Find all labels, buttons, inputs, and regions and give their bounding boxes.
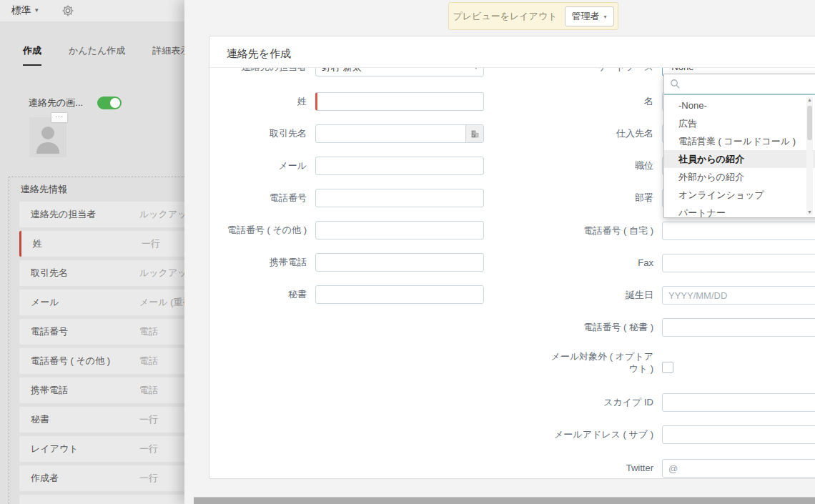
fax-label: Fax xyxy=(546,254,653,272)
avatar-more-button[interactable]: ··· xyxy=(51,113,67,122)
dropdown-search[interactable] xyxy=(664,74,815,95)
dropdown-option[interactable]: 広告 xyxy=(664,114,815,132)
dropdown-option[interactable]: 電話営業 ( コールドコール ) xyxy=(664,132,815,150)
field-name: 作成者 xyxy=(31,465,59,491)
contact-image-label: 連絡先の画... xyxy=(29,97,83,109)
assistant-phone-input[interactable] xyxy=(662,318,815,337)
skype-label: スカイプ ID xyxy=(546,393,653,412)
role-selector-value: 管理者 xyxy=(572,11,600,21)
scroll-down-icon[interactable]: ▼ xyxy=(806,209,813,214)
field-name: 連絡先の担当者 xyxy=(31,202,96,227)
dropdown-option[interactable]: -None- xyxy=(664,97,815,114)
owner-select[interactable]: 野村 新太▾ xyxy=(315,67,484,76)
contact-image-toggle[interactable] xyxy=(97,97,122,109)
field-list-item[interactable]: 電話番号 ( その他 ) 電話 xyxy=(19,348,187,374)
first-name-label: 名 xyxy=(546,92,653,111)
account-input[interactable] xyxy=(315,124,484,143)
account-label: 取引先名 xyxy=(209,124,307,143)
field-name: 電話番号 xyxy=(31,319,68,345)
owner-select-value: 野村 新太 xyxy=(322,67,362,72)
field-name: メール xyxy=(31,290,59,315)
tab[interactable]: 作成 xyxy=(23,44,41,66)
field-type: 一行 xyxy=(142,231,160,257)
field-list: 連絡先の担当者 ルックアップ 姓 一行 取引先名 ルックアップ メール xyxy=(19,202,191,504)
phone-label: 電話番号 xyxy=(209,189,307,207)
chevron-down-icon: ▾ xyxy=(604,14,607,20)
assistant-phone-label: 電話番号 ( 秘書 ) xyxy=(546,318,653,337)
department-label: 部署 xyxy=(546,189,653,207)
birthday-label: 誕生日 xyxy=(546,286,653,305)
birthday-input[interactable] xyxy=(662,286,815,305)
secondary-email-input[interactable] xyxy=(662,425,815,444)
dropdown-option[interactable]: オンラインショップ xyxy=(664,186,815,204)
email-optout-checkbox[interactable] xyxy=(662,362,673,373)
view-selector-label: 標準 xyxy=(11,4,31,16)
field-type: 一行 xyxy=(139,436,158,462)
phone-other-input[interactable] xyxy=(315,221,484,239)
field-list-item[interactable]: 連絡先の担当者 ルックアップ xyxy=(19,202,187,227)
field-type: 電話 xyxy=(139,319,158,345)
field-list-item[interactable]: 電話番号 電話 xyxy=(19,319,187,345)
field-type: 電話 xyxy=(139,377,158,403)
view-selector-dropdown[interactable]: 標準▾ xyxy=(11,4,39,17)
gear-icon[interactable] xyxy=(61,4,74,17)
field-name: 取引先名 xyxy=(31,260,68,286)
assistant-input[interactable] xyxy=(315,285,484,304)
dropdown-options: -None- 広告 電話営業 ( コールドコール ) 社員からの紹介 外部からの… xyxy=(664,97,815,222)
field-list-item[interactable]: 取引先名 ルックアップ xyxy=(19,260,187,286)
field-list-item[interactable]: 秘書 一行 xyxy=(19,407,187,433)
field-list-item[interactable] xyxy=(19,495,187,504)
assistant-label: 秘書 xyxy=(209,285,307,304)
email-label: メール xyxy=(209,157,307,175)
fields-section-title: 連絡先情報 xyxy=(21,183,67,196)
home-phone-input[interactable] xyxy=(662,222,815,240)
tab[interactable]: かんたん作成 xyxy=(69,44,125,66)
dropdown-option[interactable]: 社員からの紹介 xyxy=(664,150,815,168)
field-list-item[interactable]: 作成者 一行 xyxy=(19,465,187,491)
skype-input[interactable] xyxy=(662,393,815,412)
home-phone-label: 電話番号 ( 自宅 ) xyxy=(546,222,653,240)
preview-modal: プレビューをレイアウト 管理者▾ 連絡先を作成 連絡先の担当者 野村 新太▾ 姓… xyxy=(184,0,815,504)
mobile-label: 携帯電話 xyxy=(209,253,307,272)
field-name: 秘書 xyxy=(31,407,49,433)
chevron-down-icon: ▾ xyxy=(35,6,39,14)
scroll-up-icon[interactable]: ▲ xyxy=(806,97,813,102)
scroll-thumb[interactable] xyxy=(807,106,812,140)
fax-input[interactable] xyxy=(662,254,815,272)
field-list-item[interactable]: レイアウト 一行 xyxy=(19,436,187,462)
dropdown-option[interactable]: パートナー xyxy=(664,204,815,222)
twitter-label: Twitter xyxy=(546,459,653,478)
field-list-item[interactable]: 姓 一行 xyxy=(19,231,189,257)
twitter-input[interactable] xyxy=(682,463,815,475)
field-name: レイアウト xyxy=(31,436,79,462)
preview-banner-label: プレビューをレイアウト xyxy=(453,10,557,23)
field-name: 電話番号 ( その他 ) xyxy=(31,348,110,374)
screen: 標準▾ 作成 かんたん作成 詳細表示 連絡先の画... xyxy=(0,0,815,504)
field-type: 一行 xyxy=(139,465,158,491)
preview-banner: プレビューをレイアウト 管理者▾ xyxy=(448,2,618,30)
field-list-item[interactable]: メール メール (重複禁止) xyxy=(19,290,187,315)
mobile-input[interactable] xyxy=(315,253,484,272)
background-bottom-bar xyxy=(194,497,815,504)
twitter-prefix: @ xyxy=(663,463,682,474)
search-icon xyxy=(670,79,681,89)
fields-section: 連絡先情報 連絡先の担当者 ルックアップ 姓 一行 取引先名 ル xyxy=(9,177,197,504)
field-name: 姓 xyxy=(33,231,42,257)
last-name-label: 姓 xyxy=(209,92,307,111)
account-lookup-button[interactable] xyxy=(465,125,483,142)
dropdown-option[interactable]: 外部からの紹介 xyxy=(664,168,815,186)
dropdown-scrollbar[interactable]: ▲ ▼ xyxy=(806,97,813,215)
email-input[interactable] xyxy=(315,157,484,175)
field-list-item[interactable]: 携帯電話 電話 xyxy=(19,377,187,403)
field-type: 電話 xyxy=(139,348,158,374)
phone-input[interactable] xyxy=(315,189,484,207)
lead-source-value: -None- xyxy=(668,67,697,72)
field-type: 一行 xyxy=(139,407,158,433)
role-selector-dropdown[interactable]: 管理者▾ xyxy=(565,6,614,26)
last-name-input[interactable] xyxy=(315,92,484,111)
chevron-down-icon: ▾ xyxy=(474,67,478,76)
toggle-knob xyxy=(110,98,120,108)
twitter-input-wrap: @ xyxy=(662,459,815,478)
job-title-label: 職位 xyxy=(546,157,653,175)
field-name: 携帯電話 xyxy=(31,377,68,403)
